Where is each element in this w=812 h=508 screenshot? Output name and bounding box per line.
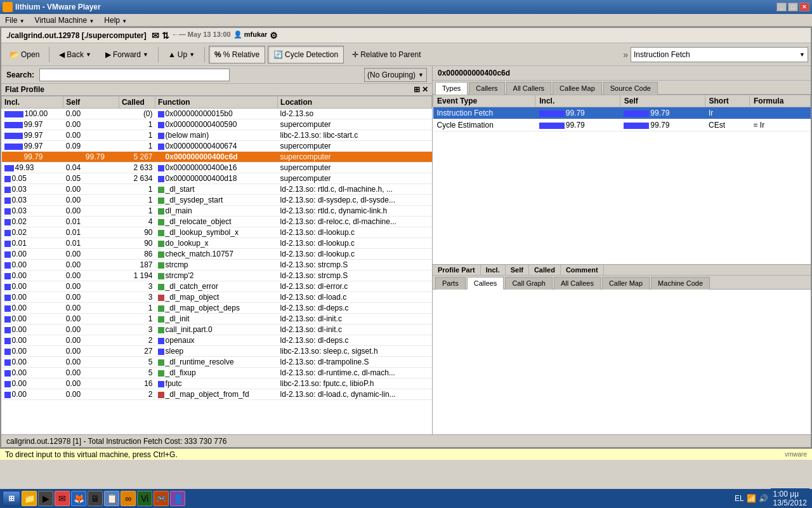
table-row[interactable]: 0.000.001_dl_initld-2.13.so: dl-init.c xyxy=(2,314,432,324)
event-col-formula[interactable]: Formula xyxy=(750,95,811,107)
relative-button[interactable]: % % Relative xyxy=(209,46,265,64)
event-row[interactable]: Instruction Fetch99.7999.79Ir xyxy=(433,107,811,119)
table-row[interactable]: 100.000.00(0)0x000000000015b0ld-2.13.so xyxy=(2,109,432,119)
cell-called: 27 xyxy=(119,346,155,357)
table-row[interactable]: 0.000.005_dl_fixupld-2.13.so: dl-runtime… xyxy=(2,368,432,378)
grouping-dropdown[interactable]: (No Grouping) ▼ xyxy=(364,68,427,82)
table-row[interactable]: 0.000.005_dl_runtime_resolveld-2.13.so: … xyxy=(2,357,432,368)
col-incl[interactable]: Incl. xyxy=(2,97,63,109)
app-icon xyxy=(3,2,13,12)
rel-parent-button[interactable]: ✛ Relative to Parent xyxy=(346,46,426,64)
maximize-btn[interactable]: □ xyxy=(788,3,798,11)
taskbar-user[interactable]: 👤 xyxy=(170,491,185,506)
taskbar-infinity[interactable]: ∞ xyxy=(121,491,136,506)
table-row[interactable]: 0.030.001_dl_startld-2.13.so: rtld.c, dl… xyxy=(2,184,432,195)
table-row[interactable]: 0.010.0190do_lookup_xld-2.13.so: dl-look… xyxy=(2,238,432,249)
taskbar-browser[interactable]: 🦊 xyxy=(71,491,86,506)
instruction-fetch-dropdown[interactable]: Instruction Fetch ▼ xyxy=(631,47,808,62)
table-row[interactable]: 0.000.003call_init.part.0ld-2.13.so: dl-… xyxy=(2,324,432,335)
forward-button[interactable]: ▶ Forward ▼ xyxy=(100,46,154,64)
cell-incl: 0.01 xyxy=(2,238,63,249)
col-self[interactable]: Self xyxy=(63,97,119,109)
menu-virtual-machine[interactable]: Virtual Machine ▼ xyxy=(32,15,97,26)
cell-self: 0.00 xyxy=(63,130,119,141)
tab-machine-code[interactable]: Machine Code xyxy=(651,277,710,290)
cell-location: libc-2.13.so: sleep.c, sigset.h xyxy=(278,346,432,357)
cell-self: 0.01 xyxy=(63,238,119,249)
taskbar-terminal[interactable]: 🖥 xyxy=(88,491,103,506)
event-col-short[interactable]: Short xyxy=(705,95,750,107)
search-input[interactable] xyxy=(39,69,230,81)
table-row[interactable]: 99.970.001(below main)libc-2.13.so: libc… xyxy=(2,130,432,141)
tab-all-callees[interactable]: All Callees xyxy=(554,277,601,290)
cell-function: _dl_map_object xyxy=(155,292,278,303)
table-row[interactable]: 0.000.0027sleeplibc-2.13.so: sleep.c, si… xyxy=(2,346,432,357)
table-row[interactable]: 0.020.0190_dl_lookup_symbol_xld-2.13.so:… xyxy=(2,227,432,238)
event-row[interactable]: Cycle Estimation99.7999.79CEst= Ir xyxy=(433,119,811,131)
table-row[interactable]: 0.000.0016fputclibc-2.13.so: fputc.c, li… xyxy=(2,378,432,389)
table-row[interactable]: 99.7999.795 2670x000000000400c6dsupercom… xyxy=(2,152,432,163)
start-button[interactable]: ⊞ xyxy=(3,491,20,506)
app-window: ./callgrind.out.12978 [./supercomputer] … xyxy=(0,27,812,448)
table-row[interactable]: 0.020.014_dl_relocate_objectld-2.13.so: … xyxy=(2,217,432,227)
tab-callee-map[interactable]: Callee Map xyxy=(553,82,602,95)
table-row[interactable]: 0.000.002openauxld-2.13.so: dl-deps.c xyxy=(2,335,432,346)
profile-icons[interactable]: ⊞ ✕ xyxy=(414,85,428,94)
tab-source-code[interactable]: Source Code xyxy=(603,82,658,95)
table-row[interactable]: 0.030.001_dl_sysdep_startld-2.13.so: dl-… xyxy=(2,195,432,206)
cell-function: fputc xyxy=(155,378,278,389)
close-btn[interactable]: ✕ xyxy=(799,3,809,11)
clock-date: 13/5/2012 xyxy=(773,498,807,507)
pathbar: ./callgrind.out.12978 [./supercomputer] … xyxy=(1,28,811,43)
table-row[interactable]: 49.930.042 6330x000000000400e16supercomp… xyxy=(2,163,432,173)
tab-types[interactable]: Types xyxy=(435,82,468,95)
taskbar-files[interactable]: 📋 xyxy=(104,491,119,506)
tab-call-graph[interactable]: Call Graph xyxy=(505,277,553,290)
minimize-btn[interactable]: _ xyxy=(776,3,787,11)
taskbar-vi[interactable]: Vi xyxy=(137,491,152,506)
window-controls[interactable]: _ □ ✕ xyxy=(776,3,809,11)
table-row[interactable]: 0.050.052 6340x000000000400d18supercompu… xyxy=(2,173,432,184)
sep3 xyxy=(204,47,205,62)
audio-icon: 🔊 xyxy=(759,494,768,503)
taskbar-email[interactable]: ✉ xyxy=(55,491,70,506)
col-location[interactable]: Location xyxy=(278,97,432,109)
table-row[interactable]: 99.970.0010x000000000400590supercomputer xyxy=(2,119,432,130)
tab-callers[interactable]: Callers xyxy=(469,82,504,95)
table-row[interactable]: 0.000.003_dl_map_objectld-2.13.so: dl-lo… xyxy=(2,292,432,303)
col-function[interactable]: Function xyxy=(155,97,278,109)
tab-callees[interactable]: Callees xyxy=(467,277,504,290)
col-called[interactable]: Called xyxy=(119,97,155,109)
tab-all-callers[interactable]: All Callers xyxy=(506,82,552,95)
menu-file[interactable]: File ▼ xyxy=(3,15,27,26)
cell-self: 0.00 xyxy=(63,324,119,335)
cycle-detection-button[interactable]: 🔄 Cycle Detection xyxy=(268,46,344,64)
tab-caller-map[interactable]: Caller Map xyxy=(602,277,650,290)
table-row[interactable]: 0.000.0086check_match.10757ld-2.13.so: d… xyxy=(2,249,432,260)
back-label: Back xyxy=(67,50,84,59)
event-col-self[interactable]: Self xyxy=(620,95,705,107)
cell-location: ld-2.13.so: dl-deps.c xyxy=(278,303,432,314)
tab-parts[interactable]: Parts xyxy=(435,277,466,290)
forward-arrow: ▼ xyxy=(143,51,148,58)
cell-called: 1 xyxy=(119,130,155,141)
event-cell-formula: = Ir xyxy=(750,119,811,131)
table-row[interactable]: 0.030.001dl_mainld-2.13.so: rtld.c, dyna… xyxy=(2,206,432,217)
back-button[interactable]: ◀ Back ▼ xyxy=(53,46,97,64)
menu-help[interactable]: Help ▼ xyxy=(102,15,129,26)
taskbar-file-manager[interactable]: 📁 xyxy=(22,491,37,506)
table-row[interactable]: 0.000.002_dl_map_object_from_fdld-2.13.s… xyxy=(2,389,432,400)
taskbar-media[interactable]: ▶ xyxy=(38,491,53,506)
table-row[interactable]: 99.970.0910x000000000400674supercomputer xyxy=(2,141,432,152)
profile-table-container[interactable]: Incl. Self Called Function Location 100.… xyxy=(1,96,432,434)
cell-function: strcmp xyxy=(155,260,278,271)
event-col-type[interactable]: Event Type xyxy=(433,95,535,107)
table-row[interactable]: 0.000.001 194strcmp'2ld-2.13.so: strcmp.… xyxy=(2,271,432,281)
table-row[interactable]: 0.000.00187strcmpld-2.13.so: strcmp.S xyxy=(2,260,432,271)
table-row[interactable]: 0.000.003_dl_catch_errorld-2.13.so: dl-e… xyxy=(2,281,432,292)
taskbar-game[interactable]: 🎮 xyxy=(154,491,169,506)
event-col-incl[interactable]: Incl. xyxy=(535,95,620,107)
open-button[interactable]: 📂 Open xyxy=(4,46,45,64)
up-button[interactable]: ▲ Up ▼ xyxy=(162,46,200,64)
table-row[interactable]: 0.000.001_dl_map_object_depsld-2.13.so: … xyxy=(2,303,432,314)
